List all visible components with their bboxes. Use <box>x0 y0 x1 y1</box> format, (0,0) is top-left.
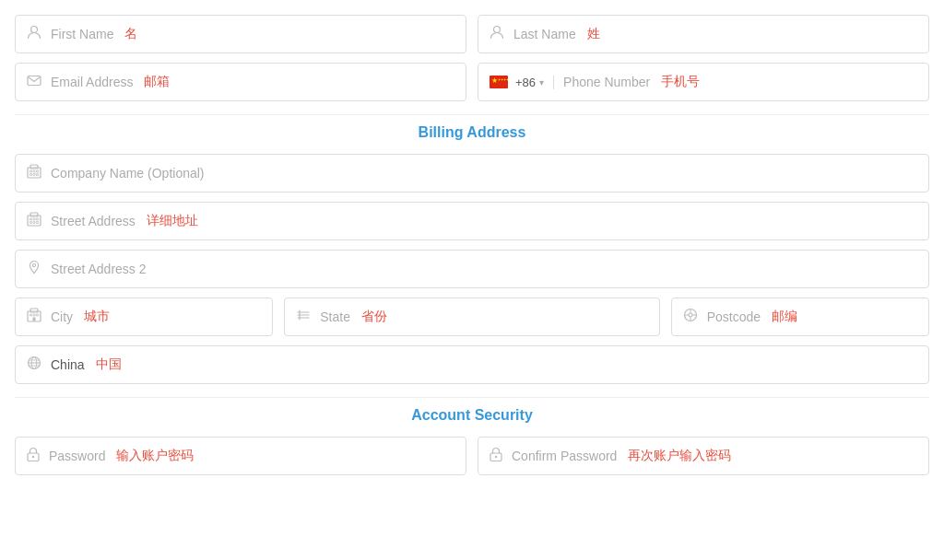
dropdown-arrow-icon: ▾ <box>539 77 544 88</box>
first-name-field[interactable]: First Name 名 <box>15 15 466 53</box>
street1-field[interactable]: Street Address 详细地址 <box>15 202 929 240</box>
email-chinese: 邮箱 <box>144 74 170 90</box>
svg-rect-18 <box>33 222 35 224</box>
street-icon <box>27 212 41 230</box>
street1-chinese: 详细地址 <box>147 213 198 229</box>
svg-rect-12 <box>28 216 41 226</box>
svg-rect-8 <box>37 170 39 172</box>
svg-rect-9 <box>30 174 32 176</box>
svg-point-20 <box>33 264 36 267</box>
password-placeholder: Password <box>49 449 105 463</box>
phone-field[interactable]: +86 ▾ Phone Number 手机号 <box>478 63 929 101</box>
first-name-placeholder: First Name <box>51 27 113 41</box>
password-row: Password 输入账户密码 Confirm Password 再次账户输入密… <box>15 437 929 475</box>
street2-field[interactable]: Street Address 2 <box>15 250 929 288</box>
first-name-chinese: 名 <box>124 26 137 42</box>
billing-section-title: Billing Address <box>15 124 929 141</box>
company-placeholder: Company Name (Optional) <box>51 166 205 181</box>
city-chinese: 城市 <box>84 309 110 325</box>
company-icon <box>27 164 41 182</box>
state-chinese: 省份 <box>361 309 387 325</box>
lock-icon <box>27 447 40 465</box>
street1-row: Street Address 详细地址 <box>15 202 929 240</box>
china-flag-icon <box>490 76 508 88</box>
security-section-title: Account Security <box>15 407 929 424</box>
city-icon <box>27 308 41 326</box>
country-field[interactable]: China 中国 <box>15 345 929 384</box>
street2-placeholder: Street Address 2 <box>51 262 147 276</box>
phone-placeholder: Phone Number <box>563 75 650 89</box>
company-row: Company Name (Optional) <box>15 154 929 192</box>
billing-divider <box>15 114 929 115</box>
svg-rect-7 <box>33 170 35 172</box>
country-chinese: 中国 <box>96 356 122 373</box>
postcode-field[interactable]: Postcode 邮编 <box>671 298 929 336</box>
registration-form: First Name 名 Last Name 姓 Email Address <box>15 15 929 475</box>
postcode-placeholder: Postcode <box>707 309 761 324</box>
svg-rect-14 <box>30 218 32 220</box>
svg-rect-3 <box>28 168 41 178</box>
svg-rect-19 <box>37 222 39 224</box>
street2-row: Street Address 2 <box>15 250 929 288</box>
confirm-password-placeholder: Confirm Password <box>512 449 617 463</box>
city-state-row: City 城市 State 省份 <box>15 298 929 336</box>
country-row: China 中国 <box>15 345 929 384</box>
svg-point-41 <box>32 456 34 458</box>
state-icon <box>296 308 311 326</box>
phone-prefix-selector[interactable]: +86 ▾ <box>490 76 554 89</box>
person-icon-2 <box>490 25 504 43</box>
last-name-field[interactable]: Last Name 姓 <box>478 15 929 53</box>
phone-prefix-value: +86 <box>515 76 536 89</box>
svg-rect-16 <box>37 218 39 220</box>
email-field[interactable]: Email Address 邮箱 <box>15 63 466 101</box>
postcode-chinese: 邮编 <box>772 309 797 325</box>
svg-rect-10 <box>33 174 35 176</box>
city-field[interactable]: City 城市 <box>15 298 273 336</box>
svg-point-0 <box>31 27 38 33</box>
security-divider <box>15 397 929 398</box>
password-field[interactable]: Password 输入账户密码 <box>15 437 466 475</box>
email-placeholder: Email Address <box>51 75 133 89</box>
confirm-password-chinese: 再次账户输入密码 <box>628 448 731 464</box>
svg-rect-26 <box>33 318 36 321</box>
confirm-password-field[interactable]: Confirm Password 再次账户输入密码 <box>478 437 929 475</box>
state-field[interactable]: State 省份 <box>284 298 659 336</box>
country-value: China <box>51 357 85 372</box>
postcode-icon <box>683 308 698 326</box>
globe-icon <box>27 356 41 374</box>
person-icon <box>27 25 41 43</box>
street1-placeholder: Street Address <box>51 214 136 228</box>
svg-rect-25 <box>37 314 39 316</box>
svg-point-32 <box>689 313 692 317</box>
password-chinese: 输入账户密码 <box>116 448 194 464</box>
last-name-placeholder: Last Name <box>513 27 576 41</box>
svg-rect-17 <box>30 222 32 224</box>
svg-rect-6 <box>30 170 32 172</box>
contact-row: Email Address 邮箱 +86 ▾ Phone Number 手机号 <box>15 63 929 101</box>
city-placeholder: City <box>51 309 73 324</box>
location-icon <box>27 260 41 278</box>
name-row: First Name 名 Last Name 姓 <box>15 15 929 53</box>
last-name-chinese: 姓 <box>587 26 600 42</box>
svg-rect-11 <box>37 174 39 176</box>
svg-point-1 <box>494 27 501 33</box>
lock-icon-2 <box>490 447 502 465</box>
state-placeholder: State <box>320 309 350 324</box>
svg-rect-23 <box>30 314 32 316</box>
phone-chinese: 手机号 <box>661 74 700 90</box>
svg-point-43 <box>495 456 497 458</box>
svg-rect-24 <box>33 314 35 316</box>
email-icon <box>27 73 41 91</box>
svg-rect-15 <box>33 218 35 220</box>
company-field[interactable]: Company Name (Optional) <box>15 154 929 192</box>
